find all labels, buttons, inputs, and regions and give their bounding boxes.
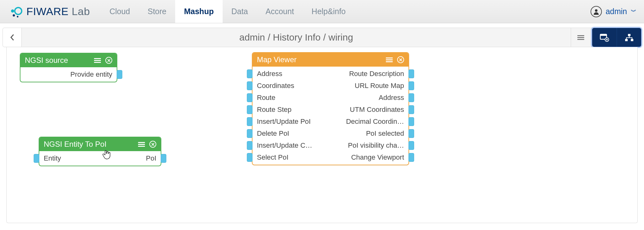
input-label: Insert/Update C…	[257, 141, 330, 150]
brand-text: FIWARE Lab	[26, 5, 90, 18]
input-label: Insert/Update PoI	[257, 118, 330, 126]
output-label: URL Route Map	[330, 82, 404, 90]
svg-point-1	[11, 9, 14, 13]
input-label: Delete PoI	[257, 129, 330, 138]
node-ngsi-source[interactable]: NGSI source ✕ Provide entity	[20, 53, 117, 82]
node-title-bar[interactable]: NGSI Entity To PoI ✕	[39, 137, 161, 151]
input-port[interactable]	[247, 81, 253, 90]
node-menu-icon[interactable]	[138, 141, 145, 148]
input-port[interactable]	[247, 93, 253, 102]
output-label: UTM Coordinates	[330, 106, 404, 114]
endpoint-row: Select PoI Change Viewport	[253, 151, 408, 163]
input-port[interactable]	[34, 154, 39, 163]
brand-logo[interactable]: FIWARE Lab	[9, 5, 90, 19]
nav-store[interactable]: Store	[139, 0, 175, 23]
chevron-left-icon	[10, 34, 14, 41]
top-navbar: FIWARE Lab Cloud Store Mashup Data Accou…	[0, 0, 644, 23]
nav-account[interactable]: Account	[257, 0, 303, 23]
view-toolbar	[592, 28, 641, 47]
add-widget-icon	[600, 34, 609, 42]
endpoint-row: Delete PoI PoI selected	[253, 128, 408, 140]
node-close-icon[interactable]: ✕	[149, 141, 156, 148]
nav-tabs: Cloud Store Mashup Data Account Help&inf…	[101, 0, 354, 23]
node-title: NGSI Entity To PoI	[44, 140, 134, 149]
svg-rect-6	[600, 34, 607, 36]
header-menu-button[interactable]	[571, 28, 590, 47]
endpoint-row: Provide entity	[20, 68, 117, 80]
user-menu[interactable]: admin ︾	[591, 6, 636, 17]
output-label: Route Description	[330, 70, 404, 78]
output-port[interactable]	[408, 105, 414, 114]
input-port[interactable]	[247, 129, 253, 138]
output-port[interactable]	[408, 141, 414, 150]
hamburger-icon	[577, 34, 584, 41]
endpoint-row: Entity PoI	[39, 152, 161, 164]
input-label: Entity	[44, 154, 100, 162]
output-port[interactable]	[117, 70, 122, 79]
output-port[interactable]	[161, 154, 166, 163]
input-label: Address	[257, 70, 330, 78]
output-label: Decimal Coordin…	[330, 118, 404, 126]
node-ngsi-entity-to-poi[interactable]: NGSI Entity To PoI ✕ Entity PoI	[39, 137, 161, 166]
add-component-button[interactable]	[592, 28, 617, 47]
workspace-header: admin / History Info / wiring	[3, 28, 641, 47]
input-port[interactable]	[247, 153, 253, 162]
node-title: NGSI source	[25, 56, 90, 65]
chevron-down-icon: ︾	[631, 10, 636, 13]
endpoint-row: Coordinates URL Route Map	[253, 80, 408, 92]
input-label: Select PoI	[257, 153, 330, 162]
node-menu-icon[interactable]	[386, 57, 393, 63]
input-port[interactable]	[247, 141, 253, 150]
wiring-view-button[interactable]	[617, 28, 641, 47]
nav-cloud[interactable]: Cloud	[101, 0, 139, 23]
wiring-canvas[interactable]: NGSI source ✕ Provide entity NGSI Entity…	[6, 47, 638, 223]
node-title-bar[interactable]: Map Viewer ✕	[253, 53, 408, 67]
input-port[interactable]	[247, 69, 253, 78]
node-title-bar[interactable]: NGSI source ✕	[20, 53, 117, 67]
svg-rect-9	[625, 39, 628, 41]
input-label: Coordinates	[257, 82, 330, 90]
svg-point-4	[595, 9, 597, 12]
nav-data[interactable]: Data	[223, 0, 257, 23]
output-port[interactable]	[408, 153, 414, 162]
output-port[interactable]	[408, 93, 414, 102]
svg-point-2	[13, 14, 15, 16]
output-label: PoI	[100, 154, 156, 162]
input-label: Route	[257, 94, 330, 102]
output-label: Provide entity	[25, 70, 112, 79]
brand-suffix: Lab	[72, 5, 90, 17]
output-label: PoI visibility cha…	[330, 141, 404, 150]
svg-point-0	[15, 8, 22, 14]
logo-icon	[9, 5, 23, 19]
user-name: admin	[606, 7, 627, 16]
output-port[interactable]	[408, 117, 414, 126]
svg-rect-8	[628, 34, 630, 36]
node-close-icon[interactable]: ✕	[397, 56, 404, 63]
input-label: Route Step	[257, 106, 330, 114]
back-button[interactable]	[3, 28, 22, 47]
output-label: PoI selected	[330, 129, 404, 138]
nav-help[interactable]: Help&info	[303, 0, 354, 23]
output-label: Change Viewport	[330, 153, 404, 162]
nav-mashup[interactable]: Mashup	[175, 0, 222, 23]
user-icon	[591, 6, 602, 17]
sitemap-icon	[625, 34, 634, 42]
breadcrumb: admin / History Info / wiring	[22, 28, 571, 47]
input-port[interactable]	[247, 117, 253, 126]
endpoint-row: Insert/Update PoI Decimal Coordin…	[253, 116, 408, 128]
endpoint-row: Insert/Update C… PoI visibility cha…	[253, 140, 408, 151]
node-menu-icon[interactable]	[94, 57, 101, 64]
brand-name: FIWARE	[26, 5, 69, 17]
endpoint-row: Route Step UTM Coordinates	[253, 104, 408, 116]
output-port[interactable]	[408, 69, 414, 78]
output-label: Address	[330, 94, 404, 102]
node-body: Address Route Description Coordinates UR…	[253, 67, 408, 165]
output-port[interactable]	[408, 129, 414, 138]
svg-rect-10	[631, 39, 633, 41]
input-port[interactable]	[247, 105, 253, 114]
node-map-viewer[interactable]: Map Viewer ✕ Address Route Description C…	[252, 52, 409, 165]
node-close-icon[interactable]: ✕	[105, 57, 112, 64]
output-port[interactable]	[408, 81, 414, 90]
endpoint-row: Address Route Description	[253, 68, 408, 80]
node-title: Map Viewer	[257, 55, 381, 64]
